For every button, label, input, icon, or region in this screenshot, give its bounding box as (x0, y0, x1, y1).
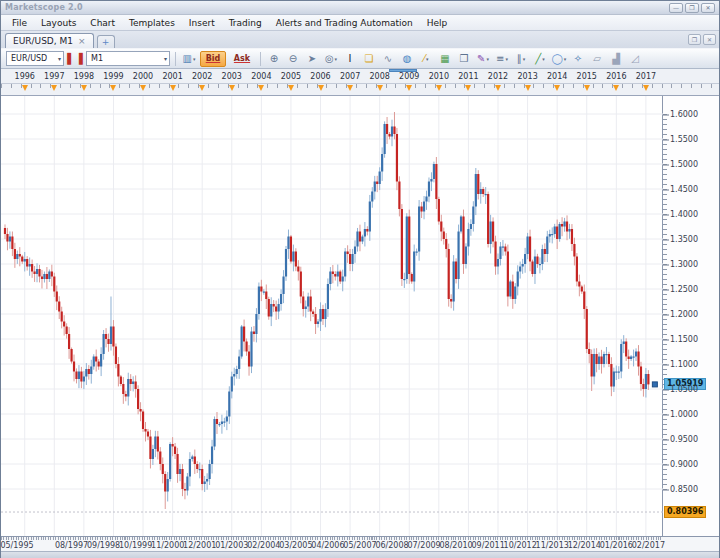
resize-icon[interactable]: ◿ (627, 51, 643, 67)
histogram-icon[interactable]: ▟ (608, 51, 624, 67)
freehand-icon[interactable]: ∿ (380, 51, 396, 67)
timeline-year-marker-icon (22, 85, 28, 91)
candle-body (623, 342, 625, 345)
vertical-cursor-icon[interactable]: I (342, 51, 358, 67)
candle-body (613, 372, 615, 387)
candle-body (206, 479, 208, 482)
candle-body (337, 272, 339, 277)
candle-body (144, 429, 146, 432)
menu-item-layouts[interactable]: Layouts (34, 17, 83, 29)
price-axis-label: 1.5500 (670, 135, 698, 144)
ask-button[interactable]: Ask (229, 51, 255, 67)
candle-body (295, 252, 297, 267)
timeline-year-marker-icon (465, 85, 471, 91)
candle-body (541, 249, 543, 264)
close-button[interactable]: ✕ (701, 3, 715, 13)
eraser-icon[interactable]: ▱ (589, 51, 605, 67)
candle-body (80, 372, 82, 382)
candle-body (467, 229, 469, 247)
menu-item-alerts-and-trading-automation[interactable]: Alerts and Trading Automation (269, 17, 420, 29)
candle-body (48, 272, 50, 280)
candle-body (164, 474, 166, 492)
tab-area-close-button[interactable]: ✕ (703, 34, 716, 45)
zoom-in-icon[interactable]: ⊕ (266, 51, 282, 67)
minimize-button[interactable]: — (669, 3, 683, 13)
menu-item-trading[interactable]: Trading (222, 17, 269, 29)
marker-icon[interactable]: ✎ (475, 51, 491, 67)
trendline-icon[interactable]: ╱ (532, 51, 548, 67)
toolbar: EUR/USD ▾ ▌▐ M1 ▾ ▥ Bid Ask ⊕⊖➤◎I❏∿◍⁄▦❐✎… (1, 48, 719, 69)
shapes-icon[interactable]: ◯ (551, 51, 567, 67)
tab-eurusd-m1[interactable]: EUR/USD, M1 × (5, 33, 94, 48)
candle-body (578, 282, 580, 287)
menu-item-templates[interactable]: Templates (122, 17, 182, 29)
candle-body (366, 229, 368, 232)
price-axis-label: 1.3500 (670, 235, 698, 244)
candle-body (19, 254, 21, 257)
web-icon[interactable]: ◍ (399, 51, 415, 67)
menu-item-chart[interactable]: Chart (83, 17, 122, 29)
snapshot-icon[interactable]: ▦ (437, 51, 453, 67)
period-select-value: M1 (91, 54, 103, 63)
menu-item-help[interactable]: Help (420, 17, 455, 29)
channels-icon[interactable]: ∥ (513, 51, 529, 67)
candle-body (85, 369, 87, 377)
candle-body (265, 292, 267, 300)
candle-body (324, 309, 326, 319)
date-axis[interactable]: 05/199508/199709/199810/199911/200012/20… (1, 536, 719, 551)
price-axis[interactable]: 1.05919 0.80396 1.60001.55001.50001.4500… (663, 96, 719, 536)
zoom-area-icon[interactable]: ◎ (323, 51, 339, 67)
title-bar: Marketscope 2.0 —❐✕ (1, 1, 719, 15)
timeline-navigator[interactable]: 1996199719981999200020012002200320042005… (1, 69, 719, 96)
menu-item-file[interactable]: File (5, 17, 34, 29)
candle-body (364, 229, 366, 237)
period-select[interactable]: M1 ▾ (86, 51, 170, 66)
pointer-star-icon[interactable]: ✧ (570, 51, 586, 67)
timeline-year-marker-icon (318, 85, 324, 91)
candle-body (440, 222, 442, 232)
candle-body (241, 327, 243, 357)
measure-icon[interactable]: ⁄ (418, 51, 434, 67)
candle-body (472, 207, 474, 225)
tab-area-restore-button[interactable]: ❐ (688, 34, 701, 45)
note-icon[interactable]: ❏ (361, 51, 377, 67)
candle-body (425, 197, 427, 202)
symbol-select[interactable]: EUR/USD ▾ (6, 51, 64, 66)
restore-button[interactable]: ❐ (685, 3, 699, 13)
date-axis-label: 07/2009 (407, 541, 440, 550)
bid-button[interactable]: Bid (200, 51, 226, 67)
candlestick-plot[interactable] (1, 96, 663, 536)
cursor-icon[interactable]: ➤ (304, 51, 320, 67)
date-axis-label: 01/2003 (215, 541, 248, 550)
instrument-icon[interactable]: ▌▐ (67, 51, 83, 67)
date-axis-label: 10/1999 (119, 541, 152, 550)
price-axis-label: 1.5000 (670, 160, 698, 169)
chart-type-icon[interactable]: ▥ (181, 51, 197, 67)
timeline-year-label: 2002 (192, 72, 212, 81)
zoom-out-icon[interactable]: ⊖ (285, 51, 301, 67)
candle-body (157, 437, 159, 452)
candle-body (11, 237, 13, 250)
candle-body (33, 272, 35, 275)
candle-body (78, 372, 80, 380)
tab-close-icon[interactable]: × (78, 37, 86, 45)
candle-body (593, 354, 595, 377)
date-axis-label: 12/2014 (568, 541, 601, 550)
candle-body (98, 362, 100, 367)
date-axis-label: 08/2010 (439, 541, 472, 550)
detach-window-icon[interactable]: ❐ (456, 51, 472, 67)
timeline-ruler[interactable] (1, 83, 719, 95)
candle-body (519, 267, 521, 272)
candle-body (556, 227, 558, 240)
menu-item-insert[interactable]: Insert (182, 17, 222, 29)
candle-body (196, 464, 198, 469)
candle-body (598, 357, 600, 365)
indicators-icon[interactable]: ≡ (494, 51, 510, 67)
timeline-year-marker-icon (288, 85, 294, 91)
candle-body (6, 234, 8, 242)
date-axis-label: 05/2007 (343, 541, 376, 550)
candle-body (314, 314, 316, 324)
candle-body (507, 252, 509, 297)
new-tab-button[interactable]: + (97, 35, 115, 48)
toolbar-icon-strip: ⊕⊖➤◎I❏∿◍⁄▦❐✎≡∥╱◯✧▱▟◿ (266, 51, 643, 67)
